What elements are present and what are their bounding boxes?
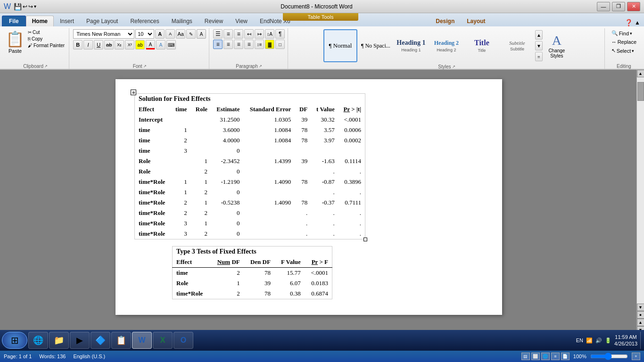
shading-button[interactable]: ▓ xyxy=(265,40,274,49)
outline-view-button[interactable]: ≡ xyxy=(551,353,560,360)
clipboard-expand-icon[interactable]: ↗ xyxy=(44,64,48,68)
tab-view[interactable]: View xyxy=(229,16,254,26)
save-icon[interactable]: 💾 xyxy=(14,3,22,10)
style-heading2-button[interactable]: Heading 2 Heading 2 xyxy=(429,29,463,62)
font-dialog-button[interactable]: ⌨ xyxy=(166,40,176,49)
cut-button[interactable]: ✂ Cut xyxy=(26,29,66,35)
taskbar-media-button[interactable]: ▶ xyxy=(70,332,90,349)
tab-layout[interactable]: Layout xyxy=(461,16,491,26)
document-area[interactable]: ⊕ Solution for Fixed Effects Effect time… xyxy=(0,70,636,334)
undo-icon[interactable]: ↩ xyxy=(23,3,27,10)
font-color-button[interactable]: A xyxy=(146,40,155,49)
vertical-scrollbar[interactable]: ▲ ▼ ● ▲ ▼ xyxy=(636,70,644,334)
numbering-button[interactable]: ≡ xyxy=(223,29,233,39)
multilevel-list-button[interactable]: ≡ xyxy=(234,29,243,39)
styles-expand-icon[interactable]: ↗ xyxy=(452,65,455,69)
ribbon-help-icon[interactable]: ❓ xyxy=(625,19,633,26)
draft-view-button[interactable]: 📄 xyxy=(561,353,570,360)
minimize-button[interactable]: — xyxy=(597,2,610,11)
style-subtitle-button[interactable]: Subtitle Subtitle xyxy=(500,29,534,62)
justify-button[interactable]: ≡ xyxy=(244,40,254,49)
change-styles-button[interactable]: A ChangeStyles xyxy=(544,31,570,60)
font-shrink-button[interactable]: A xyxy=(165,29,175,39)
sort-button[interactable]: ↕A xyxy=(265,29,274,39)
bullets-button[interactable]: ☰ xyxy=(213,29,223,39)
font-grow-button[interactable]: A xyxy=(155,29,165,39)
style-heading1-button[interactable]: Heading 1 Heading 1 xyxy=(394,29,428,62)
superscript-button[interactable]: X² xyxy=(125,40,134,49)
copy-button[interactable]: ⎘ Copy xyxy=(26,36,66,42)
taskbar-word-button[interactable]: W xyxy=(132,332,152,349)
system-clock[interactable]: 11:59 AM 4/26/2013 xyxy=(614,334,637,347)
taskbar-app2-button[interactable]: 📋 xyxy=(111,332,131,349)
decrease-indent-button[interactable]: ↤ xyxy=(244,29,254,39)
tab-mailings[interactable]: Mailings xyxy=(165,16,198,26)
close-button[interactable]: ✕ xyxy=(627,2,640,11)
volume-icon[interactable]: 🔊 xyxy=(595,337,602,344)
scroll-thumb[interactable] xyxy=(637,82,644,101)
taskbar-ie-button[interactable]: 🌐 xyxy=(28,332,48,349)
align-left-button[interactable]: ≡ xyxy=(213,40,223,49)
text-effects-button[interactable]: A xyxy=(156,40,165,49)
language-tray-icon[interactable]: EN xyxy=(576,337,583,343)
full-screen-button[interactable]: ⬜ xyxy=(531,353,540,360)
battery-icon[interactable]: 🔋 xyxy=(605,337,611,344)
subscript-button[interactable]: X₂ xyxy=(115,40,124,49)
tab-home[interactable]: Home xyxy=(26,16,54,26)
replace-button[interactable]: ↔ Replace xyxy=(609,38,639,46)
show-desktop-button[interactable] xyxy=(640,332,642,349)
borders-button[interactable]: □ xyxy=(275,40,285,49)
styles-scroll-down-button[interactable]: ▼ xyxy=(535,41,543,50)
scroll-down-button[interactable]: ▼ xyxy=(637,304,644,311)
tab-review[interactable]: Review xyxy=(198,16,229,26)
print-layout-button[interactable]: ▤ xyxy=(521,353,530,360)
tab-references[interactable]: References xyxy=(124,16,165,26)
increase-indent-button[interactable]: ↦ xyxy=(255,29,264,39)
redo-icon[interactable]: ↪ xyxy=(28,3,33,10)
clear-formatting-button[interactable]: ✎ xyxy=(186,29,196,39)
web-layout-button[interactable]: 🌐 xyxy=(541,353,550,360)
paste-button[interactable]: 📋 Paste xyxy=(5,29,25,62)
select-button[interactable]: ↖ Select ▾ xyxy=(609,47,639,55)
network-icon[interactable]: 📶 xyxy=(586,337,593,344)
font-size-select[interactable]: 10 xyxy=(135,29,154,39)
align-center-button[interactable]: ≡ xyxy=(223,40,233,49)
underline-button[interactable]: U xyxy=(94,40,103,49)
format-painter-button[interactable]: 🖌 Format Painter xyxy=(26,42,66,49)
font-expand-icon[interactable]: ↗ xyxy=(143,64,147,68)
font-name-select[interactable]: Times New Roman xyxy=(73,29,134,39)
bold-button[interactable]: B xyxy=(73,40,83,49)
strikethrough-button[interactable]: ab xyxy=(104,40,114,49)
scroll-up-button[interactable]: ▲ xyxy=(637,70,644,77)
zoom-slider[interactable] xyxy=(590,353,628,360)
prev-page-button[interactable]: ▲ xyxy=(637,319,644,326)
italic-button[interactable]: I xyxy=(83,40,93,49)
tab-page-layout[interactable]: Page Layout xyxy=(80,16,124,26)
style-no-spacing-button[interactable]: ¶ No Spaci... xyxy=(359,29,393,62)
text-highlight-button[interactable]: ab xyxy=(135,40,145,49)
select-browse-object-button[interactable]: ● xyxy=(637,311,644,319)
taskbar-explorer-button[interactable]: 📁 xyxy=(49,332,69,349)
tab-file[interactable]: File xyxy=(2,16,26,26)
show-hide-button[interactable]: ¶ xyxy=(275,29,285,39)
style-title-button[interactable]: Title Title xyxy=(465,29,499,62)
paragraph-expand-icon[interactable]: ↗ xyxy=(259,64,262,68)
taskbar-outlook-button[interactable]: O xyxy=(173,332,193,349)
language-indicator[interactable]: English (U.S.) xyxy=(73,354,105,359)
tab-insert[interactable]: Insert xyxy=(54,16,80,26)
select-dropdown-icon[interactable]: ▾ xyxy=(632,49,634,53)
start-button[interactable]: ⊞ xyxy=(2,332,27,349)
style-normal-button[interactable]: ¶ Normal xyxy=(323,29,357,62)
tab-design[interactable]: Design xyxy=(429,16,461,26)
table-move-handle[interactable]: ⊕ xyxy=(131,90,136,95)
taskbar-excel-button[interactable]: X xyxy=(153,332,173,349)
taskbar-app1-button[interactable]: 🔷 xyxy=(91,332,110,349)
zoom-in-button[interactable]: + xyxy=(632,353,640,360)
restore-button[interactable]: ❐ xyxy=(612,2,625,11)
change-case-button[interactable]: Aa xyxy=(176,29,185,39)
find-dropdown-icon[interactable]: ▾ xyxy=(630,31,632,36)
ribbon-minimize-icon[interactable]: ▲ xyxy=(635,19,640,26)
line-spacing-button[interactable]: ↕≡ xyxy=(255,40,264,49)
styles-scroll-up-button[interactable]: ▲ xyxy=(535,30,543,40)
table-resize-handle[interactable] xyxy=(363,238,367,241)
